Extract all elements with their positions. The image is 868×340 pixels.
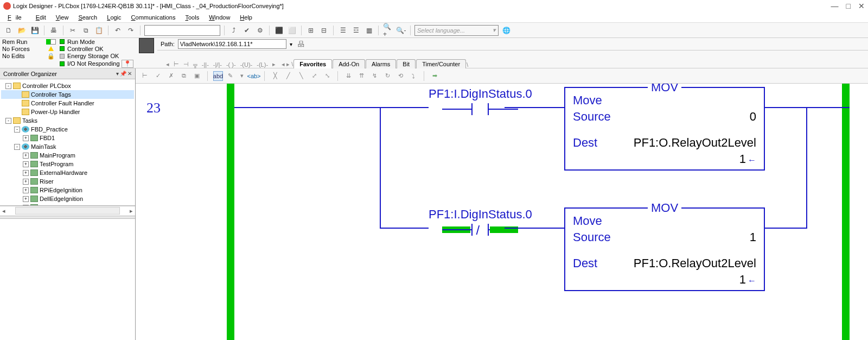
cancel-edits-icon[interactable]: ✗ [166, 71, 176, 81]
otl-icon[interactable]: -(L)- [257, 61, 268, 68]
dropdown2-icon[interactable]: ▾ [237, 71, 247, 81]
globe-icon[interactable]: 🌐 [501, 25, 512, 36]
menu-logic[interactable]: Logic [103, 13, 125, 22]
cross-ref-button[interactable]: ☰ [337, 25, 348, 36]
tree-node[interactable]: -MainTask [1, 142, 134, 151]
menu-help[interactable]: Help [235, 13, 257, 22]
path-input[interactable] [178, 39, 286, 49]
copy-button[interactable]: ⧉ [80, 25, 91, 36]
mov-instruction-1[interactable]: MOV Move Source0 DestPF1:O.RelayOut2Leve… [564, 87, 765, 171]
new-button[interactable]: 🗋 [3, 25, 14, 36]
otu-icon[interactable]: -(U)- [240, 61, 253, 68]
tab-addon[interactable]: Add-On [333, 59, 365, 68]
go-next-icon[interactable]: ➡ [430, 71, 439, 81]
tree-node[interactable]: Controller Tags [1, 90, 134, 99]
menu-window[interactable]: Window [205, 13, 234, 22]
tab-bit[interactable]: Bit [397, 59, 416, 68]
test-edits-icon[interactable]: ▣ [192, 71, 202, 81]
tb7-icon[interactable]: ⇈ [356, 71, 366, 81]
tree-node[interactable]: Power-Up Handler [1, 108, 134, 116]
assemble-edits-icon[interactable]: ⧉ [179, 71, 189, 81]
tab-alarms[interactable]: Alarms [366, 59, 396, 68]
xio-icon[interactable]: -|/|- [213, 61, 222, 68]
close-panel-icon[interactable]: ✕ [127, 71, 132, 77]
language-select[interactable]: Select language...▾ [414, 25, 499, 36]
tb1-icon[interactable]: ╳ [270, 71, 280, 81]
properties-button[interactable]: ☲ [350, 25, 361, 36]
tb11-icon[interactable]: ⤵ [409, 71, 418, 81]
edit-rung-icon[interactable]: ⊢ [140, 71, 150, 81]
goto-button[interactable]: ⤴ [228, 25, 239, 36]
rung-start-icon[interactable]: ⊢ [174, 61, 179, 68]
mov-instruction-2[interactable]: MOV Move Source1 DestPF1:O.RelayOut2Leve… [564, 207, 765, 291]
tb5-icon[interactable]: ⤡ [322, 71, 332, 81]
tree-node[interactable]: +Riser [1, 177, 134, 186]
tree-node[interactable]: +AnalogScaling [1, 203, 134, 206]
tree-node[interactable]: -Tasks [1, 116, 134, 125]
menu-edit[interactable]: Edit [31, 13, 50, 22]
pin-icon[interactable]: 📍 [122, 60, 133, 68]
nav-prev-icon[interactable]: ◂ [166, 61, 169, 68]
tb4-icon[interactable]: ⤢ [309, 71, 319, 81]
zoom-in-button[interactable]: 🔍+ [382, 25, 393, 36]
tree-node[interactable]: -Controller PLCbox [1, 81, 134, 90]
force-off-icon[interactable]: ⬜ [286, 25, 297, 36]
maximize-button[interactable]: □ [846, 2, 851, 10]
tree-node[interactable]: +FBD1 [1, 134, 134, 142]
build-button[interactable]: ⚙ [254, 25, 265, 36]
tree-hscrollbar[interactable]: ◂▸ [0, 206, 135, 216]
force-on-icon[interactable]: ⬛ [273, 25, 284, 36]
menu-tools[interactable]: Tools [181, 13, 204, 22]
browse-button[interactable]: ▦ [363, 25, 374, 36]
tab-favorites[interactable]: Favorites [293, 59, 332, 68]
verify-button[interactable]: ✔ [241, 25, 252, 36]
menu-communications[interactable]: Communications [127, 13, 180, 22]
save-button[interactable]: 💾 [29, 25, 40, 36]
tree-node[interactable]: +DellEdgeIgnition [1, 194, 134, 203]
cut-button[interactable]: ✂ [67, 25, 78, 36]
tree-node[interactable]: +RPiEdgeIgnition [1, 186, 134, 194]
nav-next-icon[interactable]: ▸ [272, 61, 276, 68]
tb6-icon[interactable]: ⇊ [343, 71, 353, 81]
tree-node[interactable]: Controller Fault Handler [1, 99, 134, 108]
open-button[interactable]: 📂 [16, 25, 27, 36]
tag-icon[interactable]: ✎ [225, 71, 235, 81]
menu-file[interactable]: File [3, 13, 30, 22]
tree-node[interactable]: +MainProgram [1, 151, 134, 160]
menu-view[interactable]: View [52, 13, 73, 22]
print-button[interactable]: 🖶 [48, 25, 59, 36]
toggle2-button[interactable]: ⊟ [318, 25, 329, 36]
tab-timer[interactable]: Timer/Counter [416, 59, 466, 68]
xio-contact[interactable]: PF1:I.DigInStatus.0 / [429, 207, 532, 236]
tb8-icon[interactable]: ↯ [369, 71, 379, 81]
close-button[interactable]: ✕ [858, 2, 865, 10]
tree-node[interactable]: -FBD_Practice [1, 125, 134, 134]
tb9-icon[interactable]: ↻ [382, 71, 392, 81]
ote-icon[interactable]: -( )- [226, 61, 236, 68]
rung-end-icon[interactable]: ⊣ [183, 61, 189, 68]
ladder-editor[interactable]: 23 PF1:I.DigInStatus.0 MOV Move [136, 84, 868, 340]
pin-panel-icon[interactable]: 📌 [120, 71, 126, 77]
paste-button[interactable]: 📋 [93, 25, 104, 36]
accept-edits-icon[interactable]: ✓ [153, 71, 163, 81]
tb3-icon[interactable]: ╲ [296, 71, 306, 81]
tb10-icon[interactable]: ⟲ [395, 71, 405, 81]
minimize-button[interactable]: — [831, 2, 839, 10]
xic-icon[interactable]: -||- [202, 61, 209, 68]
tb2-icon[interactable]: ╱ [283, 71, 293, 81]
zoom-out-button[interactable]: 🔍- [395, 25, 406, 36]
tree-node[interactable]: +ExternalHardware [1, 168, 134, 177]
quick-select[interactable] [144, 25, 220, 36]
redo-button[interactable]: ↷ [125, 25, 136, 36]
xic-contact[interactable]: PF1:I.DigInStatus.0 [429, 87, 532, 115]
ab-tag-icon[interactable]: <ab> [249, 71, 259, 81]
undo-button[interactable]: ↶ [112, 25, 123, 36]
abc-button[interactable]: abd [213, 71, 223, 81]
branch-icon[interactable]: ╦ [193, 61, 197, 68]
menu-search[interactable]: Search [74, 13, 101, 22]
browse-path-button[interactable]: 品 [296, 39, 307, 49]
toggle1-button[interactable]: ⊞ [305, 25, 316, 36]
tree-node[interactable]: +TestProgram [1, 160, 134, 168]
dropdown-icon[interactable]: ▾ [116, 71, 119, 77]
project-tree[interactable]: -Controller PLCboxController TagsControl… [0, 79, 135, 206]
